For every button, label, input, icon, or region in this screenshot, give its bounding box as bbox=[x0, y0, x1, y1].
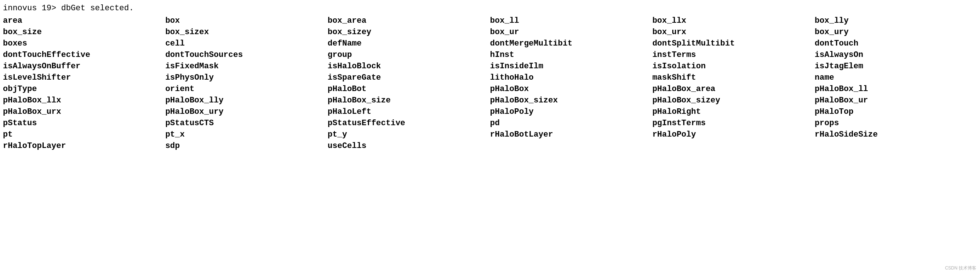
property-cell: pHaloLeft bbox=[328, 106, 490, 118]
property-cell: pHaloBox_size bbox=[328, 95, 490, 106]
property-cell: box_llx bbox=[652, 15, 815, 27]
properties-grid: areaboxbox_areabox_llbox_llxbox_llybox_s… bbox=[3, 15, 977, 152]
property-cell: instTerms bbox=[652, 49, 815, 60]
watermark-text: CSDN 技术博客 bbox=[945, 265, 976, 271]
property-cell bbox=[490, 140, 652, 152]
property-cell: pHaloBox_ll bbox=[815, 83, 977, 95]
property-cell bbox=[652, 140, 815, 152]
command-line: innovus 19> dbGet selected. bbox=[3, 4, 977, 13]
property-cell: box_size bbox=[3, 27, 165, 38]
property-cell: box_sizex bbox=[165, 27, 328, 38]
property-cell: pHaloTop bbox=[815, 106, 977, 118]
property-cell: isFixedMask bbox=[165, 60, 328, 72]
property-cell bbox=[815, 140, 977, 152]
property-cell: pHaloBox_sizey bbox=[652, 95, 815, 106]
property-cell: box_ur bbox=[490, 27, 652, 38]
property-cell: pHaloBox_llx bbox=[3, 95, 165, 106]
property-cell: pHaloPoly bbox=[490, 106, 652, 118]
property-cell: sdp bbox=[165, 140, 328, 152]
property-cell: pHaloRight bbox=[652, 106, 815, 118]
property-cell: dontTouchEffective bbox=[3, 49, 165, 60]
property-cell: defName bbox=[328, 38, 490, 49]
property-cell: box_ury bbox=[815, 27, 977, 38]
property-cell: pHaloBox_lly bbox=[165, 95, 328, 106]
property-cell: pd bbox=[490, 118, 652, 129]
property-cell: boxes bbox=[3, 38, 165, 49]
property-cell: rHaloTopLayer bbox=[3, 140, 165, 152]
property-cell: pHaloBox bbox=[490, 83, 652, 95]
property-cell: pHaloBot bbox=[328, 83, 490, 95]
property-cell: pHaloBox_ury bbox=[165, 106, 328, 118]
property-cell: pgInstTerms bbox=[652, 118, 815, 129]
property-cell: pStatusCTS bbox=[165, 118, 328, 129]
property-cell: isLevelShifter bbox=[3, 72, 165, 83]
property-cell: isPhysOnly bbox=[165, 72, 328, 83]
property-cell: pt_y bbox=[328, 129, 490, 140]
property-cell: dontSplitMultibit bbox=[652, 38, 815, 49]
property-cell: props bbox=[815, 118, 977, 129]
property-cell: isAlwaysOn bbox=[815, 49, 977, 60]
property-cell: name bbox=[815, 72, 977, 83]
command-text: innovus 19> dbGet selected. bbox=[3, 4, 134, 13]
property-cell: orient bbox=[165, 83, 328, 95]
property-cell: box bbox=[165, 15, 328, 27]
property-cell: isIsolation bbox=[652, 60, 815, 72]
property-cell: isHaloBlock bbox=[328, 60, 490, 72]
property-cell: pt_x bbox=[165, 129, 328, 140]
property-cell: box_urx bbox=[652, 27, 815, 38]
property-cell: maskShift bbox=[652, 72, 815, 83]
property-cell: dontTouch bbox=[815, 38, 977, 49]
property-cell: rHaloPoly bbox=[652, 129, 815, 140]
property-cell: pStatus bbox=[3, 118, 165, 129]
property-cell: dontTouchSources bbox=[165, 49, 328, 60]
property-cell: lithoHalo bbox=[490, 72, 652, 83]
property-cell: isSpareGate bbox=[328, 72, 490, 83]
property-cell: isInsideIlm bbox=[490, 60, 652, 72]
property-cell: cell bbox=[165, 38, 328, 49]
property-cell: pHaloBox_urx bbox=[3, 106, 165, 118]
property-cell: box_sizey bbox=[328, 27, 490, 38]
property-cell: pt bbox=[3, 129, 165, 140]
property-cell: group bbox=[328, 49, 490, 60]
property-cell: area bbox=[3, 15, 165, 27]
property-cell: rHaloSideSize bbox=[815, 129, 977, 140]
property-cell: box_lly bbox=[815, 15, 977, 27]
property-cell: box_ll bbox=[490, 15, 652, 27]
property-cell: pHaloBox_sizex bbox=[490, 95, 652, 106]
property-cell: objType bbox=[3, 83, 165, 95]
property-cell: pHaloBox_area bbox=[652, 83, 815, 95]
property-cell: rHaloBotLayer bbox=[490, 129, 652, 140]
property-cell: pHaloBox_ur bbox=[815, 95, 977, 106]
property-cell: isJtagElem bbox=[815, 60, 977, 72]
property-cell: useCells bbox=[328, 140, 490, 152]
property-cell: box_area bbox=[328, 15, 490, 27]
property-cell: hInst bbox=[490, 49, 652, 60]
property-cell: dontMergeMultibit bbox=[490, 38, 652, 49]
property-cell: pStatusEffective bbox=[328, 118, 490, 129]
property-cell: isAlwaysOnBuffer bbox=[3, 60, 165, 72]
terminal-container: innovus 19> dbGet selected. areaboxbox_a… bbox=[3, 4, 977, 275]
